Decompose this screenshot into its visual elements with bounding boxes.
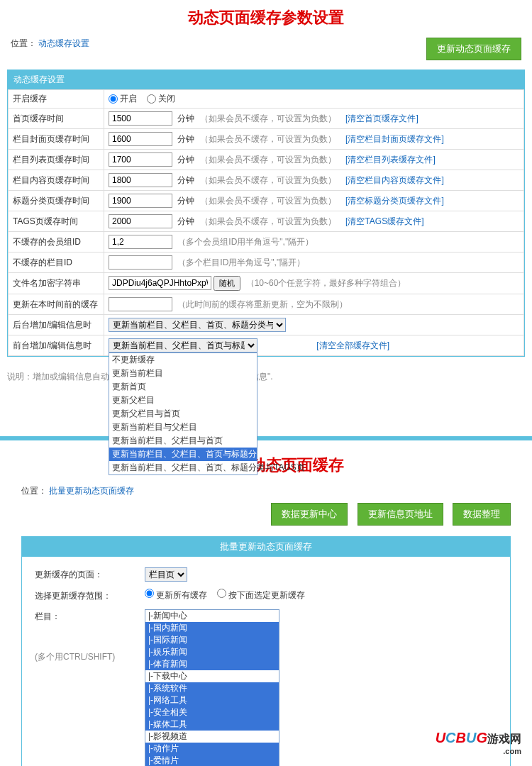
list-item[interactable]: |-下载中心	[145, 670, 279, 682]
hint: （如果会员不缓存，可设置为负数）	[200, 196, 336, 206]
list-item[interactable]: |-国际新闻	[145, 634, 279, 646]
hint: （如果会员不缓存，可设置为负数）	[200, 155, 336, 165]
label-frontend: 前台增加/编辑信息时	[9, 335, 104, 356]
label-list: 栏目列表页缓存时间	[9, 150, 104, 170]
label-enable: 开启缓存	[9, 90, 104, 109]
divider	[0, 436, 532, 440]
action-button-row: 数据更新中心 更新信息页地址 数据整理	[0, 503, 532, 533]
data-reorg-button[interactable]: 数据整理	[453, 503, 511, 526]
clear-tag-link[interactable]: 清空标题分类页缓存文件	[345, 196, 444, 206]
input-home[interactable]	[109, 111, 172, 126]
clear-all-link[interactable]: 清空全部缓存文件	[316, 340, 389, 350]
hint: （如果会员不缓存，可设置为负数）	[200, 113, 336, 123]
list-item[interactable]: |-体育新闻	[145, 658, 279, 670]
hint: （如果会员不缓存，可设置为负数）	[200, 216, 336, 226]
page-label: 更新缓存的页面：	[35, 567, 138, 581]
list-item[interactable]: |-媒体工具	[145, 718, 279, 731]
list-item[interactable]: |-娱乐新闻	[145, 646, 279, 658]
hint: （多个会员组ID用半角逗号","隔开）	[177, 237, 314, 247]
label-before: 更新在本时间前的缓存	[9, 294, 104, 315]
update-info-url-button[interactable]: 更新信息页地址	[358, 503, 443, 526]
clear-content-link[interactable]: 清空栏目内容页缓存文件	[345, 175, 444, 185]
dropdown-option-selected[interactable]: 更新当前栏目、父栏目、首页与标题分类	[109, 448, 257, 461]
random-button[interactable]: 随机	[214, 276, 240, 291]
label-tags: TAGS页缓存时间	[9, 211, 104, 232]
col-hint: (多个用CTRL/SHIFT)	[35, 651, 138, 663]
radio-scope-all[interactable]	[145, 589, 154, 598]
list-item[interactable]: |-系统软件	[145, 682, 279, 694]
backend-select[interactable]: 更新当前栏目、父栏目、首页、标题分类与TAGS页	[109, 318, 286, 332]
panel-header: 动态缓存设置	[8, 70, 524, 89]
hint: （10~60个任意字符，最好多种字符组合）	[246, 278, 406, 288]
location-link[interactable]: 动态缓存设置	[38, 38, 89, 48]
label-home: 首页缓存时间	[9, 109, 104, 129]
list-item[interactable]: |-爱情片	[145, 755, 279, 766]
clear-list-link[interactable]: 清空栏目列表缓存文件	[345, 155, 436, 165]
scope-label: 选择更新缓存范围：	[35, 589, 138, 602]
location-bar-1: 位置： 动态缓存设置 更新动态页面缓存	[0, 35, 532, 66]
list-item[interactable]: |-影视频道	[145, 731, 279, 743]
clear-tags-link[interactable]: 清空TAGS缓存文件	[345, 216, 423, 226]
dropdown-option[interactable]: 更新当前栏目、父栏目、首页、标题分类与TAGS页	[109, 461, 257, 474]
location-label: 位置： 动态缓存设置	[11, 38, 89, 50]
label-nocol: 不缓存的栏目ID	[9, 252, 104, 273]
hint: （多个栏目ID用半角逗号","隔开）	[177, 257, 305, 267]
settings-panel: 动态缓存设置 开启缓存 开启 关闭 首页缓存时间 分钟 （如果会员不缓存，可设置…	[7, 70, 525, 357]
radio-off[interactable]	[147, 94, 156, 104]
list-item[interactable]: |-动作片	[145, 743, 279, 755]
radio-scope-sel[interactable]	[217, 589, 226, 598]
input-content[interactable]	[109, 173, 172, 187]
location-link-2[interactable]: 批量更新动态页面缓存	[49, 486, 134, 496]
hint: （如果会员不缓存，可设置为负数）	[200, 134, 336, 144]
location-bar-2: 位置： 批量更新动态页面缓存	[0, 483, 532, 503]
list-item[interactable]: |-安全相关	[145, 706, 279, 718]
input-tag[interactable]	[109, 194, 172, 208]
update-cache-button[interactable]: 更新动态页面缓存	[426, 38, 521, 60]
col-label: 栏目： (多个用CTRL/SHIFT)	[35, 609, 138, 663]
radio-on-label: 开启	[120, 94, 137, 104]
location-label: 位置：	[21, 486, 47, 496]
batch-panel-header: 批量更新动态页面缓存	[22, 537, 510, 557]
clear-cover-link[interactable]: 清空栏目封面页缓存文件	[345, 134, 444, 144]
input-nogroup[interactable]	[109, 235, 172, 249]
hint: （此时间前的缓存将重新更新，空为不限制）	[177, 299, 348, 309]
input-list[interactable]	[109, 152, 172, 167]
dropdown-option[interactable]: 更新当前栏目、父栏目与首页	[109, 434, 257, 448]
dropdown-option[interactable]: 不更新缓存	[109, 353, 257, 367]
label-cover: 栏目封面页缓存时间	[9, 129, 104, 150]
list-item[interactable]: |-国内新闻	[145, 622, 279, 634]
dropdown-option[interactable]: 更新首页	[109, 380, 257, 394]
frontend-dropdown-list[interactable]: 不更新缓存 更新当前栏目 更新首页 更新父栏目 更新父栏目与首页 更新当前栏目与…	[109, 353, 257, 475]
label-encrypt: 文件名加密字符串	[9, 273, 104, 294]
dropdown-option[interactable]: 更新父栏目与首页	[109, 407, 257, 421]
input-nocol[interactable]	[109, 255, 172, 270]
site-logo: UCBUG游戏网 .com	[436, 730, 521, 755]
input-tags[interactable]	[109, 214, 172, 228]
radio-off-label: 关闭	[158, 94, 175, 104]
input-encrypt[interactable]	[109, 276, 211, 290]
label-backend: 后台增加/编辑信息时	[9, 315, 104, 335]
list-item[interactable]: |-网络工具	[145, 694, 279, 706]
hint: （如果会员不缓存，可设置为负数）	[200, 175, 336, 185]
dropdown-option[interactable]: 更新当前栏目	[109, 367, 257, 380]
unit: 分钟	[177, 196, 194, 206]
frontend-select[interactable]: 更新当前栏目、父栏目、首页与标题分类	[109, 338, 257, 353]
input-cover[interactable]	[109, 132, 172, 146]
scope-sel-label: 按下面选定更新缓存	[228, 590, 305, 600]
dropdown-option[interactable]: 更新父栏目	[109, 394, 257, 407]
dropdown-option[interactable]: 更新当前栏目与父栏目	[109, 421, 257, 434]
column-listbox[interactable]: |-新闻中心 |-国内新闻 |-国际新闻 |-娱乐新闻 |-体育新闻 |-下载中…	[145, 609, 279, 766]
unit: 分钟	[177, 155, 194, 165]
unit: 分钟	[177, 113, 194, 123]
page-select[interactable]: 栏目页	[145, 567, 187, 582]
scope-all-label: 更新所有缓存	[156, 590, 207, 600]
list-item[interactable]: |-新闻中心	[145, 610, 279, 622]
radio-on[interactable]	[109, 94, 118, 104]
input-before[interactable]	[109, 297, 172, 311]
page-title-1: 动态页面缓存参数设置	[0, 0, 532, 35]
unit: 分钟	[177, 134, 194, 144]
data-center-button[interactable]: 数据更新中心	[271, 503, 348, 526]
settings-table: 开启缓存 开启 关闭 首页缓存时间 分钟 （如果会员不缓存，可设置为负数） 清空…	[8, 89, 524, 356]
label-content: 栏目内容页缓存时间	[9, 170, 104, 191]
clear-home-link[interactable]: 清空首页缓存文件	[345, 113, 419, 123]
